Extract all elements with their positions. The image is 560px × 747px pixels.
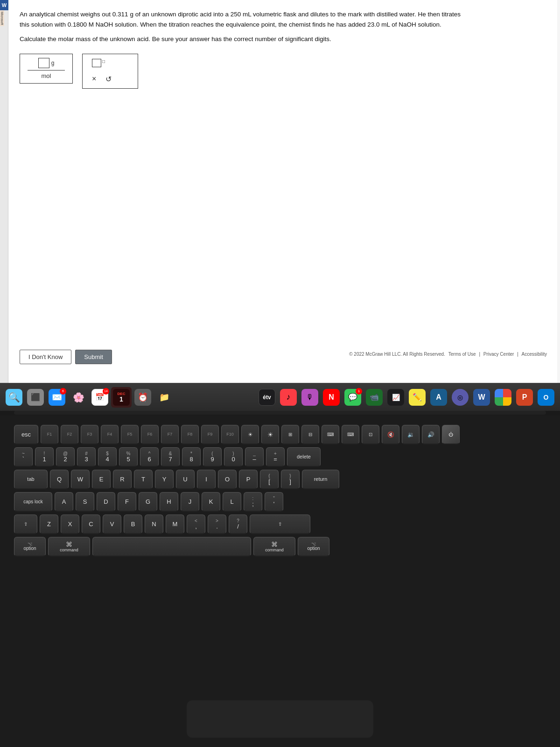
key-i[interactable]: I (197, 470, 216, 489)
exponent-input-box[interactable]: □ × ↺ (82, 54, 138, 89)
key-minus[interactable]: _ – (245, 447, 264, 467)
key-launchpad-fn[interactable]: ⊟ (301, 425, 319, 444)
key-vol-up[interactable]: 🔊 (422, 425, 440, 444)
submit-button[interactable]: Submit (75, 350, 112, 364)
key-f3[interactable]: F3 (81, 425, 98, 444)
dock-finder[interactable]: 🔍 (4, 387, 24, 408)
dock-stocks[interactable]: 📈 (385, 387, 406, 408)
dock-accessibility[interactable]: A (428, 387, 449, 408)
dock-circle[interactable]: ◎ (450, 387, 470, 408)
key-s[interactable]: S (76, 492, 94, 512)
dock-music[interactable]: ♪ (278, 387, 299, 408)
key-f9[interactable]: F9 (201, 425, 219, 444)
key-shift-right[interactable]: ⇧ (250, 514, 310, 534)
key-bracket-right[interactable]: } ] (281, 470, 300, 489)
key-x[interactable]: X (61, 514, 79, 534)
key-bracket-left[interactable]: { [ (260, 470, 279, 489)
key-f7[interactable]: F7 (161, 425, 179, 444)
key-a[interactable]: A (55, 492, 73, 512)
key-n[interactable]: N (145, 514, 163, 534)
key-caps[interactable]: caps lock (14, 492, 52, 512)
key-vol-down[interactable]: 🔉 (402, 425, 420, 444)
key-slash[interactable]: ? / (229, 514, 247, 534)
fraction-input-box[interactable]: g mol (20, 54, 73, 84)
key-tilde[interactable]: ~ ` (14, 447, 33, 467)
key-f6[interactable]: F6 (141, 425, 159, 444)
dock-dec[interactable]: DEC 1 (111, 387, 132, 408)
key-t[interactable]: T (134, 470, 153, 489)
accessibility-link[interactable]: Accessibility (522, 352, 547, 357)
key-h[interactable]: H (160, 492, 178, 512)
key-g[interactable]: G (139, 492, 157, 512)
key-command-right[interactable]: ⌘ command (253, 537, 295, 557)
key-mission-control[interactable]: ⊞ (281, 425, 299, 444)
dock-reminders[interactable]: ⏰ (133, 387, 153, 408)
scrollbar[interactable] (557, 0, 560, 383)
dock-tv[interactable]: étv (257, 387, 277, 408)
dock-messages[interactable]: 💬 1 (343, 387, 363, 408)
key-0[interactable]: ) 0 (224, 447, 243, 467)
key-screenshot[interactable]: ⊡ (362, 425, 379, 444)
dock-news[interactable]: N (321, 387, 342, 408)
dock-outlook[interactable]: O (536, 387, 556, 408)
key-f10[interactable]: F10 (221, 425, 239, 444)
dock-files[interactable]: 📁 (154, 387, 175, 408)
key-brightness-up[interactable]: ☀ (261, 425, 279, 444)
key-u[interactable]: U (176, 470, 195, 489)
dock-notes2[interactable]: ✏️ (407, 387, 427, 408)
key-period[interactable]: > . (208, 514, 226, 534)
key-f[interactable]: F (118, 492, 136, 512)
key-j[interactable]: J (181, 492, 199, 512)
key-c[interactable]: C (82, 514, 100, 534)
key-m[interactable]: M (166, 514, 184, 534)
key-r[interactable]: R (113, 470, 132, 489)
terms-link[interactable]: Terms of Use (448, 352, 476, 357)
key-8[interactable]: * 8 (182, 447, 201, 467)
key-command-left[interactable]: ⌘ command (48, 537, 90, 557)
key-quote[interactable]: " ' (265, 492, 283, 512)
key-esc[interactable]: esc (14, 425, 38, 444)
key-equals[interactable]: + = (266, 447, 285, 467)
key-f4[interactable]: F4 (101, 425, 119, 444)
key-5[interactable]: % 5 (119, 447, 138, 467)
key-keyboard-bright-down[interactable]: ⌨ (322, 425, 339, 444)
key-o[interactable]: O (218, 470, 237, 489)
dock-mail[interactable]: ✉️ 6 (47, 387, 67, 408)
key-f5[interactable]: F5 (121, 425, 139, 444)
privacy-link[interactable]: Privacy Center (483, 352, 514, 357)
key-9[interactable]: ( 9 (203, 447, 222, 467)
dont-know-button[interactable]: I Don't Know (20, 350, 71, 364)
key-delete[interactable]: delete (287, 447, 321, 467)
key-l[interactable]: L (223, 492, 241, 512)
key-tab[interactable]: tab (14, 470, 48, 489)
clear-button[interactable]: × (92, 75, 96, 83)
key-keyboard-bright-up[interactable]: ⌨ (342, 425, 359, 444)
key-f2[interactable]: F2 (61, 425, 78, 444)
key-y[interactable]: Y (155, 470, 174, 489)
dock-calendar[interactable]: 📅 14 (90, 387, 110, 408)
key-return[interactable]: return (302, 470, 339, 489)
undo-button[interactable]: ↺ (105, 75, 112, 84)
key-touch-id[interactable]: ⏻ (442, 425, 460, 444)
dock-powerpoint[interactable]: P (514, 387, 535, 408)
key-option-left[interactable]: ⌥ option (14, 537, 46, 557)
dock-facetime[interactable]: 📹 (364, 387, 385, 408)
key-k[interactable]: K (202, 492, 220, 512)
key-mute[interactable]: 🔇 (382, 425, 399, 444)
key-comma[interactable]: < , (187, 514, 205, 534)
dock-launchpad[interactable]: ⬛ (25, 387, 46, 408)
key-b[interactable]: B (124, 514, 142, 534)
trackpad[interactable] (187, 700, 373, 738)
key-d[interactable]: D (97, 492, 115, 512)
key-7[interactable]: & 7 (161, 447, 180, 467)
dock-podcasts[interactable]: 🎙 (300, 387, 320, 408)
key-6[interactable]: ^ 6 (140, 447, 159, 467)
dock-photos[interactable]: 🌸 (68, 387, 89, 408)
key-p[interactable]: P (239, 470, 258, 489)
base-input[interactable] (92, 59, 101, 67)
dock-word[interactable]: W (471, 387, 492, 408)
key-v[interactable]: V (103, 514, 121, 534)
key-3[interactable]: # 3 (77, 447, 96, 467)
key-e[interactable]: E (92, 470, 111, 489)
key-q[interactable]: Q (50, 470, 69, 489)
